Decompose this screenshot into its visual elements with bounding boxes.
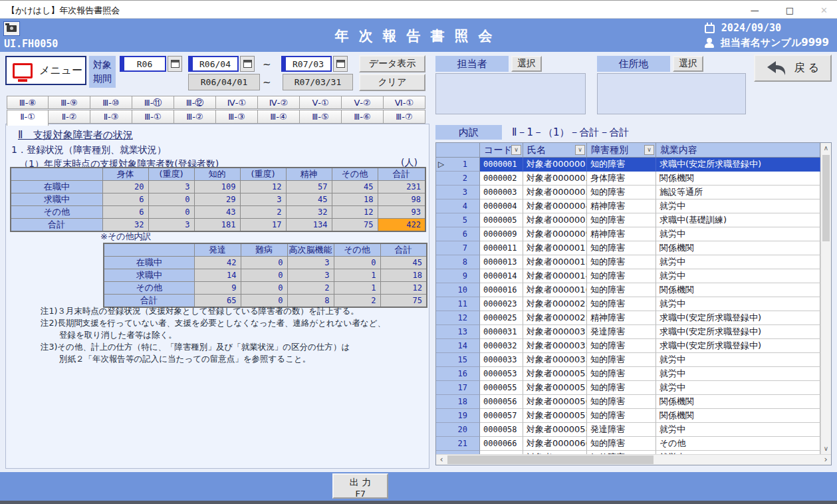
grid-row[interactable]: 190000057対象者0000057知的障害関係機関 <box>436 409 820 423</box>
grid-col-障害種別[interactable]: 障害種別∨ <box>587 143 656 157</box>
vertical-scroll-thumb[interactable] <box>822 155 830 241</box>
grid-row[interactable]: 90000014対象者0000014知的障害就労中 <box>436 269 820 283</box>
tab-Ⅲ-⑦[interactable]: Ⅲ-⑦ <box>384 110 425 124</box>
grid-row[interactable]: 70000011対象者0000011知的障害関係機関 <box>436 241 820 255</box>
output-button-fkey: F7 <box>334 489 387 499</box>
tab-Ⅲ-③[interactable]: Ⅲ-③ <box>216 110 258 124</box>
tab-Ⅳ-①[interactable]: Ⅳ-① <box>216 96 258 109</box>
grid-row-number: 14 <box>436 339 480 353</box>
grid-row[interactable]: 170000055対象者0000055知的障害就労中 <box>436 381 820 395</box>
grid-cell-work: 求職中(安定所求職登録中) <box>656 325 820 339</box>
grid-cell-code: 0000056 <box>480 395 523 409</box>
grid-cell-name: 対象者0000033 <box>523 353 587 367</box>
tab-Ⅲ-⑫[interactable]: Ⅲ-⑫ <box>174 96 216 109</box>
show-data-button[interactable]: データ表示 <box>359 55 425 72</box>
from-month-input[interactable]: R06/04 <box>188 56 239 72</box>
tab-Ⅲ-⑪[interactable]: Ⅲ-⑪ <box>132 96 174 109</box>
filter-dropdown-icon[interactable]: ∨ <box>511 145 521 155</box>
address-select-button[interactable]: 選択 <box>673 56 703 72</box>
tab-Ⅴ-①[interactable]: Ⅴ-① <box>300 96 342 109</box>
tab-Ⅲ-②[interactable]: Ⅲ-② <box>174 110 216 124</box>
back-button-label: 戻 る <box>794 61 819 75</box>
grid-row[interactable]: 200000058対象者0000058発達障害就労中 <box>436 423 820 437</box>
grid-col-就業内容[interactable]: 就業内容 <box>656 143 820 157</box>
tab-Ⅲ-⑤[interactable]: Ⅲ-⑤ <box>300 110 342 124</box>
clear-button[interactable]: クリア <box>359 74 425 91</box>
stat-cell: 1 <box>334 269 380 282</box>
scroll-left-icon[interactable]: ‹ <box>436 455 447 465</box>
tab-Ⅲ-⑨[interactable]: Ⅲ-⑨ <box>49 96 90 109</box>
scroll-up-icon[interactable]: ∧ <box>821 143 831 154</box>
filter-dropdown-icon[interactable]: ∨ <box>575 145 585 155</box>
grid-row[interactable]: 30000003対象者0000003知的障害施設等通所 <box>436 186 820 199</box>
tab-Ⅲ-④[interactable]: Ⅲ-④ <box>258 110 300 124</box>
vertical-scrollbar[interactable]: ∧ ∨ <box>820 143 831 454</box>
stat-cell: 32 <box>102 219 148 232</box>
grid-row-number: 15 <box>436 353 480 367</box>
grid-row[interactable]: 60000009対象者0000009精神障害就労中 <box>436 227 820 241</box>
grid-row[interactable]: 80000013対象者0000013知的障害就労中 <box>436 255 820 269</box>
close-icon[interactable]: ✕ <box>820 5 828 15</box>
horizontal-scroll-thumb[interactable] <box>447 455 654 464</box>
grid-cell-name: 対象者0000009 <box>523 227 587 241</box>
tab-Ⅵ-①[interactable]: Ⅵ-① <box>384 96 425 109</box>
tab-Ⅴ-②[interactable]: Ⅴ-② <box>342 96 384 109</box>
to-calendar-button[interactable] <box>333 56 348 72</box>
tab-Ⅲ-⑥[interactable]: Ⅲ-⑥ <box>342 110 384 124</box>
staff-select-button[interactable]: 選択 <box>511 56 542 72</box>
grid-row[interactable]: 120000025対象者0000025精神障害求職中(安定所求職登録中) <box>436 311 820 325</box>
grid-row[interactable]: 140000032対象者0000032知的障害求職中(安定所求職登録中) <box>436 339 820 353</box>
stat-cell: 75 <box>332 219 378 232</box>
menu-button[interactable]: メニュー <box>5 56 86 85</box>
stat-cell: 9 <box>194 282 241 295</box>
grid-row[interactable]: 180000056対象者0000056知的障害関係機関 <box>436 395 820 409</box>
output-button[interactable]: 出 力 F7 <box>332 473 388 499</box>
monitor-icon <box>13 63 33 78</box>
year-input[interactable]: R06 <box>120 56 166 72</box>
grid-col-コード[interactable]: コード∨ <box>480 143 523 157</box>
grid-cell-name: 対象者0000056 <box>523 395 587 409</box>
grid-cell-work: 関係機関 <box>656 172 820 186</box>
grid-cell-code: 0000057 <box>480 409 523 423</box>
tab-Ⅲ-⑩[interactable]: Ⅲ-⑩ <box>90 96 132 109</box>
grid-col-氏名[interactable]: 氏名∨ <box>523 143 587 157</box>
tab-Ⅱ-③[interactable]: Ⅱ-③ <box>90 110 132 124</box>
grid-row[interactable]: 130000031対象者0000031発達障害求職中(安定所求職登録中) <box>436 325 820 339</box>
grid-row[interactable]: 20000002対象者0000002身体障害関係機関 <box>436 172 820 186</box>
stat-cell: 181 <box>194 219 240 232</box>
grid-row[interactable]: 110000023対象者0000023知的障害就労中 <box>436 297 820 311</box>
range-tilde: ~ <box>263 59 271 70</box>
grid-cell-name: 対象者0000057 <box>523 409 587 423</box>
tab-Ⅲ-①[interactable]: Ⅲ-① <box>132 110 174 124</box>
grid-cell-work: 就労中 <box>656 255 820 269</box>
from-calendar-button[interactable] <box>240 56 255 72</box>
stat-cell: 32 <box>286 206 332 219</box>
grid-row[interactable]: 100000016対象者0000016知的障害関係機関 <box>436 283 820 297</box>
to-month-input[interactable]: R07/03 <box>281 56 332 72</box>
grid-row[interactable]: 1▷0000001対象者0000001知的障害求職中(安定所求職登録中) <box>436 158 820 172</box>
tab-Ⅳ-②[interactable]: Ⅳ-② <box>258 96 300 109</box>
grid-row[interactable]: 210000066対象者0000066知的障害その他 <box>436 437 820 451</box>
horizontal-scrollbar[interactable]: ‹ › <box>436 454 831 465</box>
grid-row[interactable]: 150000033対象者0000033知的障害就労中 <box>436 353 820 367</box>
grid-row-number: 8 <box>436 255 480 269</box>
detail-label: 内訳 <box>435 125 502 140</box>
scroll-down-icon[interactable]: ∨ <box>821 443 831 454</box>
year-calendar-button[interactable] <box>168 56 182 72</box>
stat-cell: 98 <box>378 193 425 206</box>
filter-dropdown-icon[interactable]: ∨ <box>644 145 654 155</box>
back-button[interactable]: 戻 る <box>754 55 832 82</box>
tab-Ⅱ-②[interactable]: Ⅱ-② <box>49 110 90 124</box>
grid-row[interactable]: 160000053対象者0000053知的障害就労中 <box>436 367 820 381</box>
grid-row[interactable]: 40000004対象者0000004精神障害就労中 <box>436 199 820 213</box>
scroll-right-icon[interactable]: › <box>820 455 831 465</box>
grid-cell-type: 知的障害 <box>587 339 656 353</box>
grid-cell-type: 知的障害 <box>587 381 656 395</box>
minimize-icon[interactable]: — <box>751 5 759 15</box>
tab-Ⅱ-①[interactable]: Ⅱ-① <box>7 110 49 126</box>
maximize-icon[interactable]: □ <box>786 5 794 15</box>
tab-Ⅲ-⑧[interactable]: Ⅲ-⑧ <box>7 96 49 109</box>
grid-cell-type: 知的障害 <box>587 395 656 409</box>
grid-row[interactable]: 50000005対象者0000005知的障害求職中(基礎訓練) <box>436 213 820 227</box>
stat-cell: 3 <box>148 219 194 232</box>
